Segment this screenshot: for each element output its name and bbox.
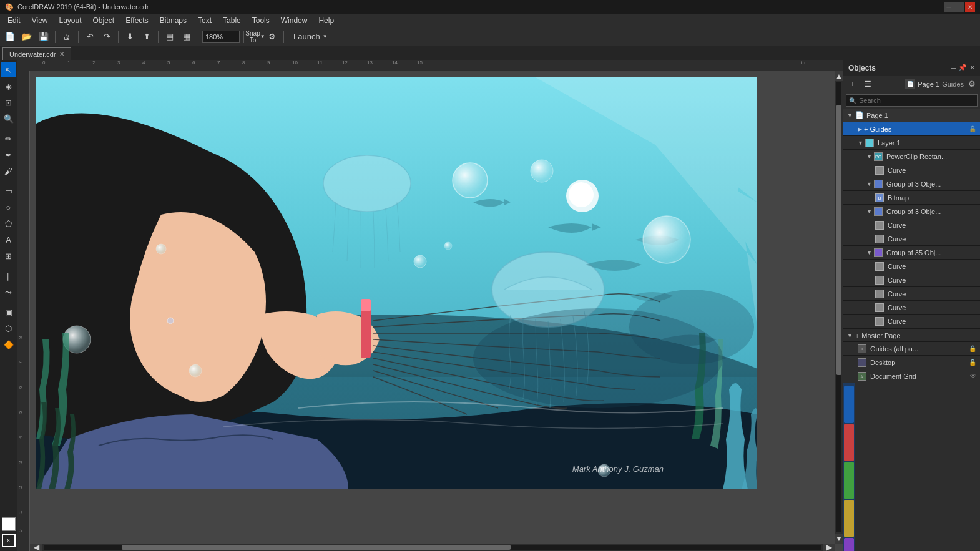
v-scrollbar[interactable]: ▲ ▼ [835, 71, 843, 544]
settings-button[interactable]: ⚙ [265, 29, 280, 44]
canvas-area[interactable]: 0 1 2 3 4 5 6 7 8 9 10 11 12 13 14 15 in [17, 60, 843, 551]
color-strip-purple [844, 538, 854, 551]
fill-tool[interactable]: ▣ [1, 305, 16, 319]
color-eyedropper[interactable]: 🔶 [1, 337, 16, 352]
freehand-tool[interactable]: ✏ [1, 131, 16, 146]
scroll-up-btn[interactable]: ▲ [835, 71, 843, 81]
view-toggle-1[interactable]: ▤ [162, 29, 177, 44]
tab-underwater[interactable]: Underwater.cdr ✕ [2, 47, 71, 60]
zoom-input[interactable] [202, 31, 240, 43]
search-input[interactable] [859, 97, 974, 104]
guides-all-icon: + [858, 344, 866, 353]
close-button[interactable]: ✕ [965, 2, 975, 12]
polygon-tool[interactable]: ⬠ [1, 216, 16, 231]
rectangle-tool[interactable]: ▭ [1, 183, 16, 198]
curve-2[interactable]: Curve [843, 218, 980, 232]
curve-1[interactable]: Curve [843, 163, 980, 177]
parallel-tool[interactable]: ∥ [1, 268, 16, 283]
save-button[interactable]: 💾 [36, 29, 51, 44]
objects-title: Objects [848, 64, 876, 72]
snap-to-btn[interactable]: Snap To ▼ [248, 29, 263, 44]
text-tool[interactable]: A [1, 232, 16, 247]
guides-all-pages[interactable]: + Guides (all pa... 🔒 [843, 342, 980, 356]
h-scroll-thumb[interactable] [122, 545, 511, 550]
curve-6[interactable]: Curve [843, 287, 980, 301]
select-tool[interactable]: ↖ [1, 62, 16, 77]
scroll-down-btn[interactable]: ▼ [835, 534, 843, 544]
open-button[interactable]: 📂 [19, 29, 34, 44]
menu-bitmaps[interactable]: Bitmaps [155, 15, 192, 26]
redo-button[interactable]: ↷ [99, 29, 114, 44]
crop-tool[interactable]: ⊡ [1, 95, 16, 110]
launch-button[interactable]: Launch ▼ [288, 29, 333, 44]
art-media-tool[interactable]: 🖌 [1, 163, 16, 178]
group-35[interactable]: ▼ Group of 35 Obj... [843, 246, 980, 260]
menu-view[interactable]: View [27, 15, 53, 26]
curve-5[interactable]: Curve [843, 273, 980, 287]
export-button[interactable]: ⬆ [139, 29, 154, 44]
menu-table[interactable]: Table [218, 15, 246, 26]
minimize-button[interactable]: ─ [944, 2, 954, 12]
group-3-1[interactable]: ▼ Group of 3 Obje... [843, 177, 980, 191]
group-3-2[interactable]: ▼ Group of 3 Obje... [843, 205, 980, 218]
menu-object[interactable]: Object [88, 15, 120, 26]
menu-edit[interactable]: Edit [2, 15, 26, 26]
objects-menu-btn[interactable]: ☰ [861, 77, 875, 91]
menu-effects[interactable]: Effects [120, 15, 153, 26]
desktop-icon [858, 358, 866, 367]
menu-tools[interactable]: Tools [247, 15, 275, 26]
view-toggle-2[interactable]: ▦ [179, 29, 194, 44]
ellipse-tool[interactable]: ○ [1, 200, 16, 215]
curve-7[interactable]: Curve [843, 301, 980, 315]
connector-tool[interactable]: ⤳ [1, 285, 16, 300]
menu-layout[interactable]: Layout [54, 15, 86, 26]
v-scroll-thumb[interactable] [836, 105, 841, 375]
page-icon: 📄 [855, 111, 864, 119]
menu-help[interactable]: Help [313, 15, 339, 26]
guides-layer[interactable]: ▶ + Guides 🔒 [843, 122, 980, 136]
panel-pin-btn[interactable]: 📌 [958, 64, 967, 72]
undo-button[interactable]: ↶ [82, 29, 97, 44]
curve4-label: Curve [888, 263, 976, 270]
powerclip-item[interactable]: ▼ PC PowerClip Rectan... [843, 150, 980, 163]
scroll-right-btn[interactable]: ▶ [823, 544, 835, 551]
master-page-header[interactable]: ▼ + Master Page [843, 328, 980, 342]
maximize-button[interactable]: □ [954, 2, 964, 12]
menu-text[interactable]: Text [193, 15, 217, 26]
fill-color-indicator[interactable] [2, 517, 16, 531]
document-grid-item[interactable]: # Document Grid 👁 [843, 369, 980, 383]
separator-5 [198, 31, 198, 43]
objects-settings-btn[interactable]: ⚙ [966, 79, 978, 90]
h-scrollbar[interactable]: ◀ ▶ [30, 544, 835, 551]
interactive-fill[interactable]: ⬡ [1, 321, 16, 336]
curve-8[interactable]: Curve [843, 315, 980, 328]
menu-window[interactable]: Window [276, 15, 313, 26]
bitmap-item[interactable]: B Bitmap [843, 191, 980, 205]
curve-3[interactable]: Curve [843, 232, 980, 246]
new-button[interactable]: 📄 [2, 29, 17, 44]
node-tool[interactable]: ◈ [1, 79, 16, 94]
bezier-tool[interactable]: ✒ [1, 147, 16, 162]
artwork-canvas[interactable]: Mark Anthony J. Guzman [36, 77, 757, 489]
desktop-item[interactable]: Desktop 🔒 [843, 356, 980, 369]
table-tool[interactable]: ⊞ [1, 248, 16, 263]
zoom-tool[interactable]: 🔍 [1, 111, 16, 126]
title-bar-controls[interactable]: ─ □ ✕ [944, 2, 975, 12]
tab-close-icon[interactable]: ✕ [59, 51, 64, 57]
bitmap-label: Bitmap [888, 194, 976, 202]
panel-collapse-btn[interactable]: ─ [951, 64, 956, 72]
import-button[interactable]: ⬇ [122, 29, 137, 44]
artwork-svg [36, 77, 757, 489]
canvas-content[interactable]: Mark Anthony J. Guzman [30, 71, 835, 544]
stroke-color-indicator[interactable]: X [2, 534, 16, 547]
page-1-header[interactable]: ▼ 📄 Page 1 [843, 109, 980, 122]
scroll-left-btn[interactable]: ◀ [30, 544, 42, 551]
add-layer-btn[interactable]: + [846, 77, 860, 91]
curve1-icon [875, 166, 884, 175]
grid-icon: # [858, 372, 866, 381]
layer-1[interactable]: ▼ Layer 1 [843, 136, 980, 150]
curve-4[interactable]: Curve [843, 260, 980, 273]
guides-all-label: Guides (all pa... [870, 345, 967, 353]
print-button[interactable]: 🖨 [59, 29, 74, 44]
panel-close-btn[interactable]: ✕ [969, 64, 975, 72]
